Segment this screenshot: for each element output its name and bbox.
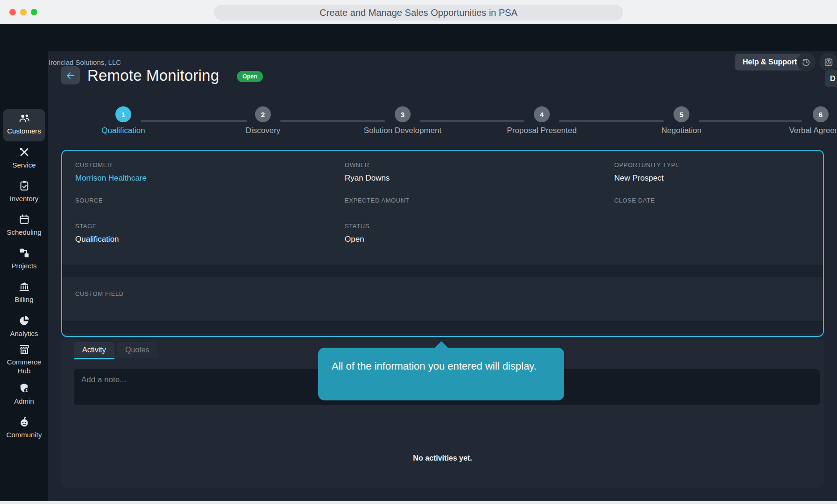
- field-label: STATUS: [345, 223, 369, 230]
- history-icon: [801, 57, 811, 67]
- step-label: Negotiation: [611, 126, 752, 135]
- stepper-connector: [141, 120, 247, 122]
- sidebar-item-service[interactable]: Service: [0, 146, 48, 169]
- sidebar-item-label: Billing: [13, 295, 35, 304]
- field-status: STATUS Open: [345, 223, 369, 244]
- macos-titlebar: Create and Manage Sales Opportunities in…: [0, 0, 837, 24]
- top-nav-bar: Ironclad Solutions, LLC Help & Support: [0, 24, 837, 51]
- field-label: OWNER: [345, 161, 390, 168]
- arrow-left-icon: [65, 70, 76, 81]
- activity-empty-text: No activities yet.: [61, 454, 824, 462]
- minimize-window-button[interactable]: [20, 9, 27, 15]
- field-custom-field: CUSTOM FIELD: [75, 290, 124, 302]
- community-icon: [18, 416, 30, 428]
- sidebar-item-projects[interactable]: Projects: [0, 247, 48, 270]
- tab-label: Quotes: [125, 346, 149, 354]
- inventory-icon: [18, 180, 30, 192]
- help-support-button[interactable]: Help & Support: [735, 54, 805, 70]
- scheduling-icon: [18, 213, 30, 225]
- field-value: Qualification: [75, 235, 119, 244]
- panel-row-stripe: [62, 321, 823, 334]
- customers-icon: [18, 112, 30, 124]
- step-number: 5: [674, 106, 689, 122]
- step-number: 3: [395, 106, 411, 122]
- field-label: CUSTOMER: [75, 161, 147, 168]
- tooltip-text: All of the information you entered will …: [332, 360, 537, 372]
- field-owner: OWNER Ryan Downs: [345, 161, 390, 183]
- field-label: CUSTOM FIELD: [75, 290, 124, 297]
- step-label: Proposal Presented: [472, 126, 612, 135]
- field-label: SOURCE: [75, 197, 103, 204]
- panel-row-stripe: [62, 265, 823, 277]
- window-title-pill: Create and Manage Sales Opportunities in…: [214, 5, 623, 21]
- service-icon: [18, 146, 30, 158]
- company-name: Ironclad Solutions, LLC: [49, 58, 121, 66]
- sidebar-item-label: Service: [11, 161, 37, 169]
- step-number: 4: [534, 106, 550, 122]
- customer-link[interactable]: Morrison Healthcare: [75, 174, 147, 183]
- field-source: SOURCE: [75, 197, 103, 209]
- field-label: EXPECTED AMOUNT: [345, 197, 409, 204]
- tab-activity[interactable]: Activity: [74, 342, 114, 358]
- field-customer: CUSTOMER Morrison Healthcare: [75, 161, 147, 183]
- window-bottom-edge: [0, 501, 837, 504]
- time-clock-icon: [823, 57, 834, 67]
- commerce-hub-icon: [18, 343, 30, 355]
- sidebar-item-analytics[interactable]: Analytics: [0, 315, 48, 338]
- sidebar-item-label: Projects: [10, 261, 38, 270]
- opportunity-details-panel: CUSTOMER Morrison Healthcare OWNER Ryan …: [61, 150, 824, 337]
- app-window: Create and Manage Sales Opportunities in…: [0, 0, 837, 504]
- help-support-label: Help & Support: [743, 58, 797, 66]
- tooltip-callout: All of the information you entered will …: [318, 348, 564, 400]
- clipped-action-button[interactable]: D: [825, 70, 837, 87]
- sidebar: Customers Service Inventory Scheduling P: [0, 51, 48, 501]
- tab-label: Activity: [82, 346, 106, 354]
- stepper-connector: [559, 120, 664, 122]
- sidebar-item-label: Commerce Hub: [0, 357, 48, 375]
- analytics-icon: [18, 315, 30, 327]
- sidebar-item-label: Admin: [13, 397, 35, 406]
- window-title: Create and Manage Sales Opportunities in…: [319, 7, 518, 18]
- back-button[interactable]: [61, 66, 80, 84]
- field-value: New Prospect: [614, 174, 680, 183]
- status-badge: Open: [237, 71, 263, 82]
- stepper-connector: [699, 120, 802, 122]
- close-window-button[interactable]: [9, 9, 16, 15]
- projects-icon: [18, 247, 30, 259]
- stepper-connector: [420, 120, 524, 122]
- sidebar-item-admin[interactable]: Admin: [0, 382, 48, 406]
- step-label: Qualification: [53, 126, 193, 135]
- page-title: Remote Monitoring: [87, 67, 219, 84]
- tab-quotes[interactable]: Quotes: [117, 342, 158, 358]
- field-stage: STAGE Qualification: [75, 223, 119, 244]
- step-number: 2: [255, 106, 271, 122]
- tooltip-arrow: [434, 341, 448, 348]
- step-number: 1: [115, 106, 131, 122]
- step-label: Solution Development: [333, 126, 473, 135]
- billing-icon: [18, 280, 30, 293]
- step-label: Verbal Agreement: [751, 126, 837, 135]
- field-value: Open: [345, 235, 369, 244]
- sidebar-item-commerce-hub[interactable]: Commerce Hub: [0, 343, 48, 375]
- history-button[interactable]: [797, 53, 816, 71]
- sidebar-item-customers[interactable]: Customers: [0, 112, 48, 135]
- time-clock-button[interactable]: [819, 53, 837, 71]
- step-number: 6: [813, 106, 829, 122]
- sidebar-item-community[interactable]: Community: [0, 416, 48, 439]
- field-label: CLOSE DATE: [614, 197, 655, 204]
- stepper-connector: [280, 120, 385, 122]
- field-label: STAGE: [75, 223, 119, 230]
- field-close-date: CLOSE DATE: [614, 197, 655, 209]
- sidebar-item-label: Inventory: [8, 194, 40, 203]
- sidebar-item-label: Scheduling: [5, 228, 43, 237]
- field-value: Ryan Downs: [345, 174, 390, 183]
- sidebar-item-label: Customers: [6, 126, 43, 135]
- step-label: Discovery: [193, 126, 333, 135]
- sidebar-item-scheduling[interactable]: Scheduling: [0, 213, 48, 237]
- field-opportunity-type: OPPORTUNITY TYPE New Prospect: [614, 161, 680, 183]
- fullscreen-window-button[interactable]: [31, 9, 37, 15]
- sidebar-item-billing[interactable]: Billing: [0, 280, 48, 304]
- sidebar-item-inventory[interactable]: Inventory: [0, 180, 48, 203]
- sidebar-item-label: Community: [5, 430, 43, 439]
- field-label: OPPORTUNITY TYPE: [614, 161, 680, 168]
